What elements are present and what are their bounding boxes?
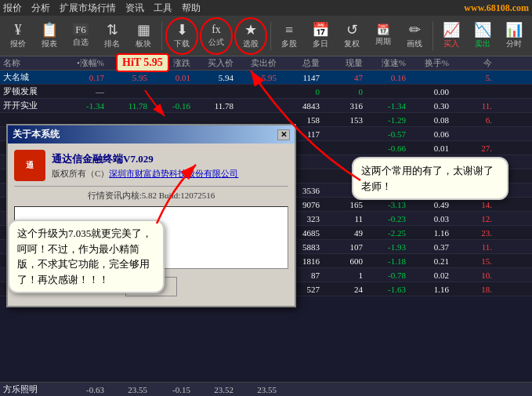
cell-change-pct: 0.17 xyxy=(63,73,106,82)
cell-speed: -0.78 xyxy=(364,271,407,280)
cell-today: 11. xyxy=(451,101,494,111)
dialog-logo-row: 通 通达信金融终端V7.029 版权所有（C）深圳市财富趋势科技股份有限公司 xyxy=(14,150,288,181)
cell-today: 6. xyxy=(451,115,494,125)
cell-change-pct: — xyxy=(63,87,106,96)
cell-turnover: 0.00 xyxy=(407,87,451,96)
about-dialog[interactable]: 关于本系统 ✕ 通 通达信金融终端V7.029 版权所有（C）深圳市财富趋势科技… xyxy=(6,124,296,307)
review-icon: ↺ xyxy=(346,23,358,37)
table-row[interactable]: 罗顿发展 — 0 0 0.00 xyxy=(0,85,532,99)
cell-today: 10. xyxy=(451,186,494,195)
cell-current: 153 xyxy=(321,115,364,125)
dialog-title: 关于本系统 xyxy=(13,128,60,141)
dialog-close-button[interactable]: 关闭 xyxy=(125,277,177,296)
cell-turnover: 0.02 xyxy=(407,271,451,280)
cell-turnover: 0.21 xyxy=(407,256,451,266)
toolbar-draw-btn[interactable]: ✏ 画线 xyxy=(400,18,429,54)
col-current: 现量 xyxy=(321,57,364,69)
cell-speed: -1.63 xyxy=(364,285,407,294)
dialog-body: 通 通达信金融终端V7.029 版权所有（C）深圳市财富趋势科技股份有限公司 行… xyxy=(8,144,295,306)
download-icon: ⬇ xyxy=(176,23,188,37)
cell-today: 18. xyxy=(451,285,494,294)
menu-item-analysis[interactable]: 分析 xyxy=(31,2,50,15)
toolbar-f6-btn[interactable]: F6 自选 xyxy=(66,18,96,54)
cell-change: -0.16 xyxy=(149,101,192,111)
toolbar-multiday-btn[interactable]: 📅 多日 xyxy=(306,18,335,54)
toolbar-review-btn[interactable]: ↺ 复权 xyxy=(337,18,367,54)
report-icon: 📋 xyxy=(41,23,58,37)
status-name: 方乐照明 xyxy=(0,383,63,395)
cell-speed: -1.93 xyxy=(364,242,407,252)
cell-total: 0 xyxy=(278,87,321,96)
status-sell: 23.55 xyxy=(235,385,278,394)
cell-current: 24 xyxy=(321,285,364,294)
cell-today: 5. xyxy=(451,73,494,82)
status-change-pct: -0.63 xyxy=(63,385,106,394)
dialog-footer: 关闭 xyxy=(14,272,288,300)
toolbar-formula-btn[interactable]: fx 公式 xyxy=(200,17,233,55)
cell-sell: 5.95 xyxy=(235,73,278,82)
draw-icon: ✏ xyxy=(409,23,421,37)
f6-icon: F6 xyxy=(73,24,89,35)
status-bar: 方乐照明 -0.63 23.55 -0.15 23.52 23.55 xyxy=(0,382,532,396)
col-sell: 卖出价 xyxy=(235,57,278,69)
col-buy: 买入价 xyxy=(192,57,235,69)
menu-item-help[interactable]: 帮助 xyxy=(182,2,201,15)
menu-item-tools[interactable]: 工具 xyxy=(154,2,172,15)
toolbar-download-btn[interactable]: ⬇ 下载 xyxy=(165,17,198,55)
tdx-logo-text: 通 xyxy=(26,160,34,171)
cell-turnover: 0.01 xyxy=(407,144,451,153)
toolbar-sell-btn[interactable]: 📉 卖出 xyxy=(468,18,498,54)
cell-name: 罗顿发展 xyxy=(0,85,63,97)
multistock-label: 多股 xyxy=(281,38,297,49)
cell-turnover: 0.06 xyxy=(407,129,451,139)
cell-name: 开开实业 xyxy=(0,100,63,111)
table-row[interactable]: 大名城 0.17 5.95 0.01 5.94 5.95 1147 47 0.1… xyxy=(0,71,532,85)
toolbar-sep-1 xyxy=(161,22,162,50)
cell-total: 158 xyxy=(278,115,321,125)
dialog-x-button[interactable]: ✕ xyxy=(277,129,290,140)
cell-price: 11.78 xyxy=(106,101,149,111)
toolbar-stockpick-btn[interactable]: ★ 选股 xyxy=(234,17,267,55)
toolbar-minute-btn[interactable]: 📊 分时 xyxy=(499,18,529,54)
stockpick-icon: ★ xyxy=(244,23,257,37)
cell-current: 47 xyxy=(321,73,364,82)
menu-item-market[interactable]: 扩展市场行情 xyxy=(60,2,116,15)
toolbar-report-btn[interactable]: 📋 报表 xyxy=(34,18,64,54)
cell-speed: -1.29 xyxy=(364,115,407,125)
toolbar-multistock-btn[interactable]: ≡ 多股 xyxy=(274,18,304,54)
col-change: 涨跌 xyxy=(149,57,192,69)
period-label: 周期 xyxy=(375,36,391,47)
dialog-content-area[interactable] xyxy=(14,206,288,269)
menu-bar: 报价 分析 扩展市场行情 资讯 工具 帮助 www.68108.com xyxy=(0,0,532,16)
cell-speed: -0.66 xyxy=(364,144,407,153)
status-buy: 23.52 xyxy=(192,385,235,394)
toolbar-rank-btn[interactable]: ⇅ 排名 xyxy=(97,18,127,54)
cell-turnover: 0.03 xyxy=(407,214,451,223)
cell-current: 49 xyxy=(321,228,364,238)
toolbar-period-btn[interactable]: 📆 周期 xyxy=(368,18,398,54)
toolbar-buy-btn[interactable]: 📈 买入 xyxy=(436,18,466,54)
stockpick-label: 选股 xyxy=(243,38,259,49)
multiday-icon: 📅 xyxy=(312,23,329,37)
cell-change: 0.01 xyxy=(149,73,192,82)
menu-item-quote[interactable]: 报价 xyxy=(3,2,22,15)
cell-total: 4843 xyxy=(278,101,321,111)
toolbar-quote-btn[interactable]: ¥ 报价 xyxy=(3,18,33,54)
menu-item-info[interactable]: 资讯 xyxy=(125,2,144,15)
column-header-row: 名称 •涨幅% 现价 涨跌 买入价 卖出价 总量 现量 涨速% 换手% 今 xyxy=(0,56,532,71)
cell-speed: -1.34 xyxy=(364,101,407,111)
cell-today: 15. xyxy=(451,256,494,266)
col-change-pct: •涨幅% xyxy=(63,57,106,69)
multistock-icon: ≡ xyxy=(285,23,293,37)
logo-text: www.68108.com xyxy=(464,2,529,14)
toolbar-sector-btn[interactable]: ▦ 板块 xyxy=(128,18,158,54)
cell-speed: -3.13 xyxy=(364,200,407,209)
col-speed: 涨速% xyxy=(364,57,407,69)
table-row[interactable]: 开开实业 -1.34 11.78 -0.16 11.78 4843 316 -1… xyxy=(0,99,532,113)
cell-total: 1147 xyxy=(278,73,321,82)
copyright-link[interactable]: 深圳市财富趋势科技股份有限公司 xyxy=(109,169,238,178)
col-today: 今 xyxy=(451,57,494,69)
sector-label: 板块 xyxy=(136,38,151,49)
quote-label: 报价 xyxy=(10,38,26,49)
cell-current: 11 xyxy=(321,214,364,223)
